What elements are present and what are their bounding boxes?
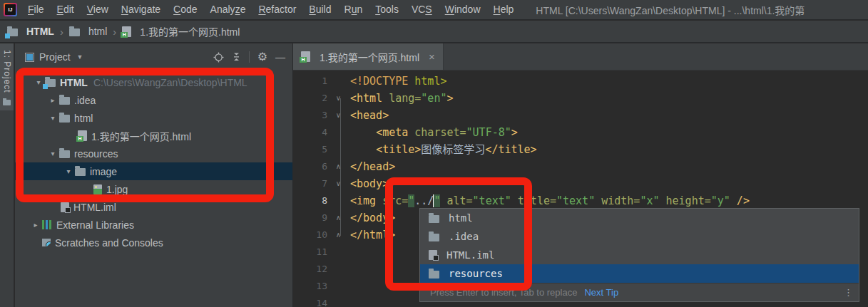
code-token: "en" [421,92,446,105]
chevron-down-icon[interactable]: ▾ [46,114,59,122]
project-folder-icon [3,100,11,105]
settings-gear-icon[interactable]: ⚙ [257,51,267,63]
code-line: <head> [350,107,750,124]
chevron-down-icon[interactable]: ▾ [46,150,59,157]
tree-row[interactable]: ▾html [15,109,292,127]
fold-marker-icon[interactable]: ∨ [327,90,349,107]
menu-code[interactable]: Code [167,0,203,19]
line-number: 1 [293,73,327,90]
code-token: title= [518,194,556,207]
titlebar: FileEditViewNavigateCodeAnalyzeRefactorB… [0,0,868,20]
code-token [660,194,666,207]
tree-row-label: image [90,166,117,177]
code-line: <html lang="en"> [350,90,750,107]
folder-icon [429,271,439,279]
fold-marker-icon[interactable]: ∧ [327,209,349,227]
divider [249,51,250,63]
fold-guide-line [340,98,341,236]
menu-file[interactable]: File [21,0,51,19]
menu-view[interactable]: View [81,0,115,19]
menu-help[interactable]: Help [487,0,521,19]
gutter-row: 11 [293,244,350,261]
fold-marker-icon[interactable]: ∨ [327,175,349,192]
menu-refactor[interactable]: Refactor [252,0,302,19]
breadcrumb-separator-icon: › [113,26,116,38]
code-token: "x" [640,194,659,207]
code-token: </title> [485,143,536,156]
chevron-down-icon[interactable]: ▾ [62,167,75,175]
hide-panel-icon[interactable]: — [275,52,285,62]
next-tip-link[interactable]: Next Tip [584,287,618,298]
completion-item[interactable]: resources [420,264,859,283]
breadcrumb-item[interactable]: html [69,26,107,37]
code-token: </body> [350,212,395,224]
tree-row[interactable]: 1.jpg [15,180,292,198]
fold-marker-icon[interactable]: ∧ [327,158,349,175]
stripe-label: 1: Project [2,50,12,93]
menu-bar: FileEditViewNavigateCodeAnalyzeRefactorB… [21,0,520,19]
menu-window[interactable]: Window [439,0,487,19]
completion-item[interactable]: .idea [420,227,859,246]
completion-item[interactable]: HTML.iml [420,246,859,264]
menu-build[interactable]: Build [302,0,337,19]
gutter-row: 1 [293,73,350,90]
code-token: </head> [350,160,395,173]
code-token: width= [601,194,640,207]
code-token: <img [350,194,382,207]
folder-icon [429,215,439,223]
code-token: <html [350,92,389,105]
completion-item[interactable]: html [420,209,859,227]
chevron-right-icon[interactable]: ▸ [46,96,59,104]
tree-row[interactable]: 1.我的第一个网页.html [15,127,292,145]
fold-spacer [327,278,349,295]
tree-row-label: resources [74,148,118,160]
menu-tools[interactable]: Tools [369,0,405,19]
gutter-row: 9∧ [293,209,350,227]
menu-edit[interactable]: Edit [51,0,81,19]
menu-analyze[interactable]: Analyze [204,0,252,19]
more-options-icon[interactable]: ⋮ [844,287,853,298]
tree-row-label: html [74,113,93,124]
chevron-right-icon[interactable]: ▸ [29,221,42,229]
collapse-all-icon[interactable] [232,52,241,62]
tree-row-label: .idea [74,95,96,106]
iml-file-icon [429,250,437,260]
code-token: <!DOCTYPE [350,75,408,88]
html-file-icon [122,26,131,37]
code-token: "text" [556,194,595,207]
tree-row[interactable]: ▸External Libraries [15,216,292,234]
tree-row[interactable]: HTML.iml [15,198,292,216]
code-token: <head> [350,109,389,122]
breadcrumb-label: html [88,26,107,37]
editor-tab[interactable]: 1.我的第一个网页.html × [293,43,444,70]
gutter-row: 3∨ [293,107,350,124]
tree-row-path: C:\Users\WangZan\Desktop\HTML [93,77,247,88]
tree-row[interactable]: ▸.idea [15,91,292,109]
completion-item-label: HTML.iml [446,246,494,264]
tree-row[interactable]: ▾resources [15,145,292,162]
code-line: <body> [350,175,750,192]
chevron-down-icon[interactable]: ▼ [77,53,83,61]
code-line: </head> [350,158,750,175]
code-token: </html> [350,229,395,241]
completion-item-label: resources [449,264,503,283]
fold-marker-icon[interactable]: ∨ [327,107,349,124]
menu-vcs[interactable]: VCS [405,0,439,19]
fold-marker-icon[interactable]: ∧ [327,227,349,244]
code-token: alt= [446,194,472,207]
code-line: <!DOCTYPE html> [350,73,750,90]
menu-navigate[interactable]: Navigate [115,0,167,19]
close-icon[interactable]: × [429,51,435,63]
iml-file-icon [61,202,69,212]
tree-row[interactable]: ▾HTMLC:\Users\WangZan\Desktop\HTML [15,73,292,91]
tree-row[interactable]: ▾image [15,162,292,180]
project-stripe-button[interactable]: 1: Project [0,43,14,110]
locate-icon[interactable] [213,52,224,63]
breadcrumb-item[interactable]: 1.我的第一个网页.html [122,24,240,38]
code-token: "text" [473,194,511,207]
breadcrumb-item[interactable]: HTML [7,26,54,37]
tree-row[interactable]: Scratches and Consoles [15,234,292,251]
menu-run[interactable]: Run [338,0,369,19]
breadcrumb-label: HTML [26,26,54,37]
panel-title[interactable]: Project [39,51,71,63]
